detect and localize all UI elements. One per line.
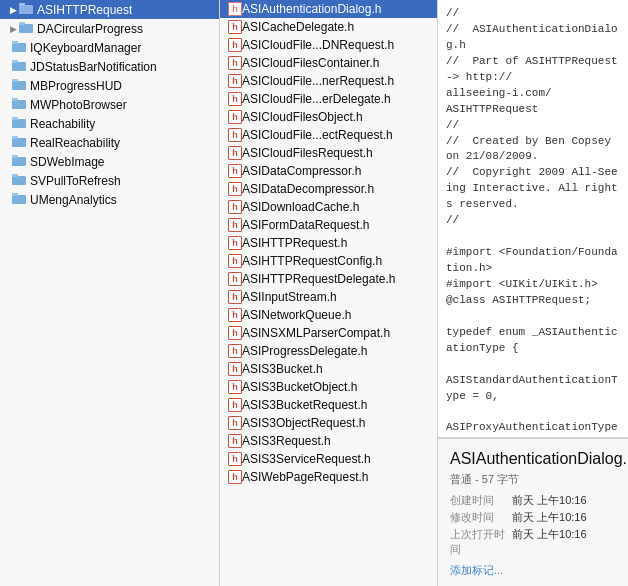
left-item-DACircularProgress[interactable]: ▶ DACircularProgress bbox=[0, 19, 219, 38]
middle-item-ASIAuthenticationDialog.h[interactable]: hASIAuthenticationDialog.h bbox=[220, 0, 437, 18]
middle-item-label: ASINetworkQueue.h bbox=[242, 308, 351, 322]
svg-rect-14 bbox=[12, 138, 26, 147]
middle-item-ASIS3BucketRequest.h[interactable]: hASIS3BucketRequest.h bbox=[220, 396, 437, 414]
left-item-label: MBProgressHUD bbox=[30, 79, 122, 93]
left-panel: ▶ ASIHTTPRequest▶ DACircularProgress IQK… bbox=[0, 0, 220, 586]
svg-rect-20 bbox=[12, 195, 26, 204]
middle-item-label: ASIS3Bucket.h bbox=[242, 362, 323, 376]
middle-item-ASICloudFilesRequest.h[interactable]: hASICloudFilesRequest.h bbox=[220, 144, 437, 162]
middle-item-label: ASICloudFile...erDelegate.h bbox=[242, 92, 391, 106]
middle-item-label: ASIS3ServiceRequest.h bbox=[242, 452, 371, 466]
h-file-icon: h bbox=[228, 416, 242, 430]
middle-item-ASIInputStream.h[interactable]: hASIInputStream.h bbox=[220, 288, 437, 306]
h-file-icon: h bbox=[228, 380, 242, 394]
left-item-label: SVPullToRefresh bbox=[30, 174, 121, 188]
expand-arrow-icon: ▶ bbox=[10, 5, 17, 15]
h-file-icon: h bbox=[228, 470, 242, 484]
folder-icon bbox=[12, 154, 26, 169]
opened-label: 上次打开时间 bbox=[450, 527, 512, 557]
created-row: 创建时间 前天 上午10:16 bbox=[450, 493, 616, 508]
middle-item-label: ASIWebPageRequest.h bbox=[242, 470, 369, 484]
middle-item-ASIS3ObjectRequest.h[interactable]: hASIS3ObjectRequest.h bbox=[220, 414, 437, 432]
middle-item-label: ASIS3BucketRequest.h bbox=[242, 398, 367, 412]
middle-item-label: ASICloudFilesObject.h bbox=[242, 110, 363, 124]
h-file-icon: h bbox=[228, 218, 242, 232]
middle-item-ASICacheDelegate.h[interactable]: hASICacheDelegate.h bbox=[220, 18, 437, 36]
created-label: 创建时间 bbox=[450, 493, 512, 508]
left-item-label: IQKeyboardManager bbox=[30, 41, 141, 55]
middle-item-ASIS3ServiceRequest.h[interactable]: hASIS3ServiceRequest.h bbox=[220, 450, 437, 468]
folder-icon bbox=[12, 78, 26, 93]
folder-icon bbox=[12, 59, 26, 74]
middle-item-ASIS3Request.h[interactable]: hASIS3Request.h bbox=[220, 432, 437, 450]
folder-icon bbox=[12, 135, 26, 150]
svg-rect-6 bbox=[12, 62, 26, 71]
svg-rect-1 bbox=[19, 3, 25, 6]
left-item-RealReachability[interactable]: RealReachability bbox=[0, 133, 219, 152]
left-item-Reachability[interactable]: Reachability bbox=[0, 114, 219, 133]
middle-item-ASIProgressDelegate.h[interactable]: hASIProgressDelegate.h bbox=[220, 342, 437, 360]
left-item-SVPullToRefresh[interactable]: SVPullToRefresh bbox=[0, 171, 219, 190]
add-tag-button[interactable]: 添加标记... bbox=[450, 563, 503, 578]
middle-item-ASIS3BucketObject.h[interactable]: hASIS3BucketObject.h bbox=[220, 378, 437, 396]
middle-item-ASIHTTPRequestDelegate.h[interactable]: hASIHTTPRequestDelegate.h bbox=[220, 270, 437, 288]
middle-item-ASIDownloadCache.h[interactable]: hASIDownloadCache.h bbox=[220, 198, 437, 216]
code-view[interactable]: // // ASIAuthenticationDialog.h // Part … bbox=[438, 0, 628, 438]
svg-rect-0 bbox=[19, 5, 33, 14]
middle-item-label: ASICloudFile...nerRequest.h bbox=[242, 74, 394, 88]
middle-item-ASINetworkQueue.h[interactable]: hASINetworkQueue.h bbox=[220, 306, 437, 324]
svg-rect-2 bbox=[19, 24, 33, 33]
middle-item-label: ASICloudFile...ectRequest.h bbox=[242, 128, 393, 142]
h-file-icon: h bbox=[228, 182, 242, 196]
middle-item-label: ASICloudFile...DNRequest.h bbox=[242, 38, 394, 52]
h-file-icon: h bbox=[228, 200, 242, 214]
folder-icon bbox=[12, 173, 26, 188]
middle-item-ASICloudFile_ectRequest.h[interactable]: hASICloudFile...ectRequest.h bbox=[220, 126, 437, 144]
left-item-SDWebImage[interactable]: SDWebImage bbox=[0, 152, 219, 171]
created-value: 前天 上午10:16 bbox=[512, 493, 587, 508]
svg-rect-12 bbox=[12, 119, 26, 128]
h-file-icon: h bbox=[228, 128, 242, 142]
folder-icon bbox=[19, 2, 33, 17]
svg-rect-13 bbox=[12, 117, 18, 120]
opened-row: 上次打开时间 前天 上午10:16 bbox=[450, 527, 616, 557]
left-item-IQKeyboardManager[interactable]: IQKeyboardManager bbox=[0, 38, 219, 57]
file-size: 普通 - 57 字节 bbox=[450, 472, 616, 487]
middle-item-ASICloudFile_DNRequest.h[interactable]: hASICloudFile...DNRequest.h bbox=[220, 36, 437, 54]
svg-rect-3 bbox=[19, 22, 25, 25]
info-panel: ASIAuthenticationDialog.h 普通 - 57 字节 创建时… bbox=[438, 438, 628, 586]
middle-item-ASIHTTPRequestConfig.h[interactable]: hASIHTTPRequestConfig.h bbox=[220, 252, 437, 270]
left-item-MBProgressHUD[interactable]: MBProgressHUD bbox=[0, 76, 219, 95]
left-item-JDStatusBarNotification[interactable]: JDStatusBarNotification bbox=[0, 57, 219, 76]
middle-item-ASIFormDataRequest.h[interactable]: hASIFormDataRequest.h bbox=[220, 216, 437, 234]
left-item-MWPhotoBrowser[interactable]: MWPhotoBrowser bbox=[0, 95, 219, 114]
left-item-ASIHTTPRequest[interactable]: ▶ ASIHTTPRequest bbox=[0, 0, 219, 19]
middle-item-label: ASIDataCompressor.h bbox=[242, 164, 361, 178]
middle-item-label: ASICloudFilesRequest.h bbox=[242, 146, 373, 160]
middle-item-label: ASICloudFilesContainer.h bbox=[242, 56, 379, 70]
middle-item-label: ASIDataDecompressor.h bbox=[242, 182, 374, 196]
svg-rect-4 bbox=[12, 43, 26, 52]
middle-item-ASICloudFilesObject.h[interactable]: hASICloudFilesObject.h bbox=[220, 108, 437, 126]
middle-item-ASIS3Bucket.h[interactable]: hASIS3Bucket.h bbox=[220, 360, 437, 378]
middle-item-ASIDataCompressor.h[interactable]: hASIDataCompressor.h bbox=[220, 162, 437, 180]
left-item-UMengAnalytics[interactable]: UMengAnalytics bbox=[0, 190, 219, 209]
middle-item-ASICloudFilesContainer.h[interactable]: hASICloudFilesContainer.h bbox=[220, 54, 437, 72]
middle-item-ASIHTTPRequest.h[interactable]: hASIHTTPRequest.h bbox=[220, 234, 437, 252]
middle-item-ASINSXMLParserCompat.h[interactable]: hASINSXMLParserCompat.h bbox=[220, 324, 437, 342]
opened-value: 前天 上午10:16 bbox=[512, 527, 587, 557]
middle-item-label: ASIFormDataRequest.h bbox=[242, 218, 369, 232]
h-file-icon: h bbox=[228, 146, 242, 160]
middle-item-label: ASIS3ObjectRequest.h bbox=[242, 416, 365, 430]
h-file-icon: h bbox=[228, 308, 242, 322]
h-file-icon: h bbox=[228, 290, 242, 304]
folder-icon bbox=[12, 192, 26, 207]
middle-item-label: ASINSXMLParserCompat.h bbox=[242, 326, 390, 340]
middle-item-ASIWebPageRequest.h[interactable]: hASIWebPageRequest.h bbox=[220, 468, 437, 486]
middle-item-ASICloudFile_nerRequest.h[interactable]: hASICloudFile...nerRequest.h bbox=[220, 72, 437, 90]
middle-item-label: ASIS3Request.h bbox=[242, 434, 331, 448]
h-file-icon: h bbox=[228, 74, 242, 88]
folder-icon bbox=[19, 21, 33, 36]
middle-item-ASICloudFile_erDelegate.h[interactable]: hASICloudFile...erDelegate.h bbox=[220, 90, 437, 108]
middle-item-ASIDataDecompressor.h[interactable]: hASIDataDecompressor.h bbox=[220, 180, 437, 198]
